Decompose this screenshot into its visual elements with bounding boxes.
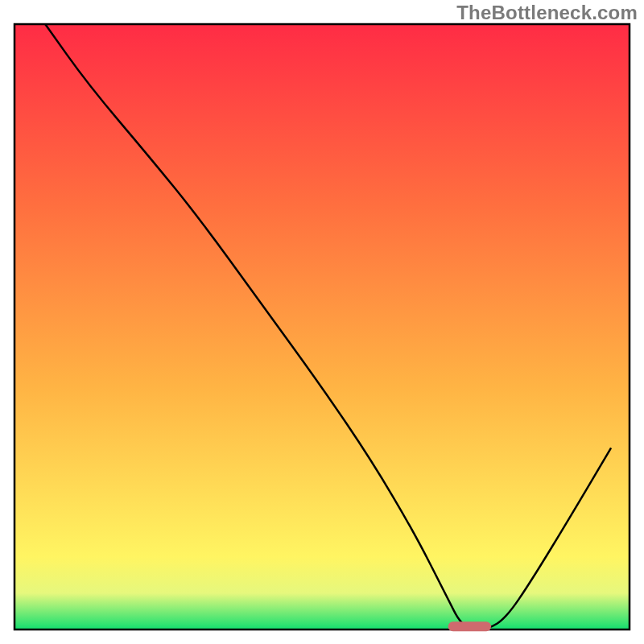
optimum-marker <box>448 621 491 631</box>
plot-area <box>14 24 630 630</box>
chart-stage: TheBottleneck.com <box>0 0 644 644</box>
bottleneck-chart <box>0 0 644 644</box>
